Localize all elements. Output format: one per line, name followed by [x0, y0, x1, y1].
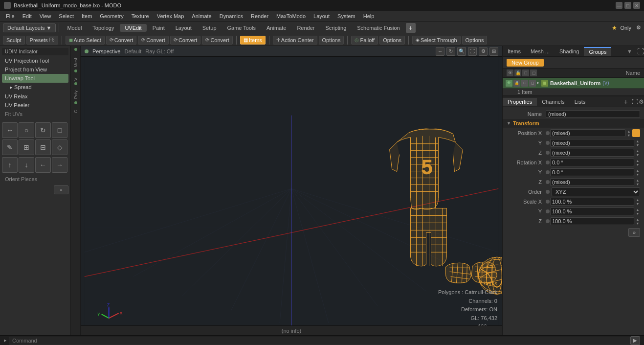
rot-y-dot[interactable]: [546, 170, 550, 174]
rot-x-dot[interactable]: [546, 161, 550, 164]
pos-y-dot[interactable]: [546, 141, 550, 145]
menu-select[interactable]: Select: [55, 12, 78, 20]
scale-y-up[interactable]: ▲: [635, 207, 640, 211]
tab-lists[interactable]: Lists: [570, 98, 591, 106]
items-button[interactable]: ▦ Items: [240, 36, 266, 45]
menu-dynamics[interactable]: Dynamics: [216, 12, 247, 20]
tab-shading[interactable]: Shading: [555, 47, 584, 55]
menu-render[interactable]: Render: [247, 12, 272, 20]
pos-z-input[interactable]: [550, 149, 634, 157]
rot-z-input[interactable]: [550, 178, 634, 186]
pos-x-up[interactable]: ▲: [626, 129, 631, 133]
tab-topology[interactable]: Topology: [88, 24, 119, 32]
item-lock-icon[interactable]: 🔒: [513, 80, 520, 87]
rot-x-up[interactable]: ▲: [635, 159, 640, 162]
viewport-expand-btn[interactable]: ⛶: [468, 47, 477, 56]
scale-x-down[interactable]: ▼: [635, 202, 640, 206]
tool-btn-up[interactable]: ↑: [2, 157, 18, 173]
tab-game-tools[interactable]: Game Tools: [222, 24, 261, 32]
options-button-3[interactable]: Options: [462, 36, 488, 45]
expand-arrow[interactable]: ▸: [537, 80, 539, 87]
tab-render-mode[interactable]: Render: [292, 24, 319, 32]
sculpt-button[interactable]: Sculpt: [3, 36, 25, 45]
menu-geometry[interactable]: Geometry: [96, 12, 127, 20]
menu-animate[interactable]: Animate: [188, 12, 215, 20]
edge-label-poly[interactable]: Poly...: [73, 87, 78, 99]
item-box-icon-1[interactable]: □: [521, 80, 528, 87]
tab-model[interactable]: Model: [62, 24, 87, 32]
tab-groups[interactable]: Groups: [584, 47, 611, 56]
spread-item[interactable]: ▸ Spread: [2, 83, 68, 92]
titlebar-controls[interactable]: — □ ✕: [616, 2, 640, 9]
more-button[interactable]: »: [54, 185, 68, 194]
menu-item[interactable]: Item: [78, 12, 96, 20]
props-expand-icon[interactable]: ⛶: [632, 98, 638, 105]
tab-properties[interactable]: Properties: [503, 98, 537, 106]
new-group-button[interactable]: New Group: [507, 59, 544, 67]
add-properties-button[interactable]: +: [621, 98, 631, 106]
tool-btn-box[interactable]: □: [52, 122, 67, 138]
rot-z-up[interactable]: ▲: [635, 178, 640, 182]
tab-channels[interactable]: Channels: [537, 98, 569, 106]
tool-btn-transform[interactable]: ↔: [2, 122, 18, 138]
options-button-2[interactable]: Options: [379, 36, 405, 45]
uv-projection-tool[interactable]: UV Projection Tool: [2, 56, 68, 65]
menu-edit[interactable]: Edit: [19, 12, 36, 20]
menu-view[interactable]: View: [36, 12, 55, 20]
viewport-maximize-btn[interactable]: ⊞: [489, 47, 498, 56]
order-dot[interactable]: [546, 190, 550, 194]
menu-texture[interactable]: Texture: [128, 12, 153, 20]
tab-scripting[interactable]: Scripting: [320, 24, 351, 32]
unwrap-tool[interactable]: Unwrap Tool: [2, 74, 68, 83]
pos-y-input[interactable]: [550, 139, 634, 147]
viewport-refresh-btn[interactable]: ↻: [446, 47, 455, 56]
menu-help[interactable]: Help: [359, 12, 378, 20]
menu-system[interactable]: System: [333, 12, 359, 20]
rot-y-input[interactable]: [550, 168, 634, 176]
viewport-zoom-btn[interactable]: 🔍: [457, 47, 466, 56]
project-from-view[interactable]: Project from View: [2, 65, 68, 74]
pos-y-up[interactable]: ▲: [635, 139, 640, 143]
rot-z-dot[interactable]: [546, 180, 550, 184]
gear-button[interactable]: ⚙: [636, 24, 641, 31]
tool-btn-pen[interactable]: ✎: [2, 139, 18, 155]
rot-z-down[interactable]: ▼: [635, 182, 640, 186]
tab-animate[interactable]: Animate: [262, 24, 291, 32]
tool-btn-right[interactable]: →: [52, 157, 67, 173]
pos-y-down[interactable]: ▼: [635, 143, 640, 147]
scale-x-dot[interactable]: [546, 200, 550, 204]
item-box-icon-2[interactable]: ◻: [529, 80, 536, 87]
tool-btn-down[interactable]: ↓: [19, 157, 34, 173]
expand-icon[interactable]: ⛶: [637, 47, 644, 55]
run-command-button[interactable]: ▶: [630, 336, 640, 345]
scale-x-input[interactable]: [550, 198, 634, 206]
add-tab-button[interactable]: +: [406, 23, 416, 33]
more-properties-button[interactable]: »: [628, 228, 640, 237]
name-property-input[interactable]: [546, 110, 640, 118]
pos-x-dot[interactable]: [546, 131, 550, 135]
edge-label-v[interactable]: V...: [73, 74, 78, 81]
pos-x-down[interactable]: ▼: [626, 133, 631, 137]
scale-y-dot[interactable]: [546, 209, 550, 213]
menu-maxtomodo[interactable]: MaxToModo: [272, 12, 310, 20]
tool-btn-sphere[interactable]: ○: [19, 122, 34, 138]
tab-items[interactable]: Items: [503, 47, 526, 55]
tab-layout[interactable]: Layout: [171, 24, 197, 32]
viewport-settings-btn[interactable]: ⚙: [479, 47, 488, 56]
uv-relax[interactable]: UV Relax: [2, 92, 68, 101]
tab-mesh[interactable]: Mesh ...: [526, 47, 555, 55]
convert-button-2[interactable]: ⟳ Convert: [138, 36, 169, 45]
close-button[interactable]: ✕: [633, 2, 640, 9]
menu-file[interactable]: File: [2, 12, 19, 20]
group-item-row[interactable]: 👁 🔒 □ ◻ ▸ ▦ Basketball_Uniform (V): [503, 78, 644, 89]
edge-label-mesh[interactable]: Mesh...: [73, 53, 78, 68]
box-col-icon[interactable]: □: [522, 69, 529, 76]
transform-section[interactable]: ▼ Transform: [503, 119, 644, 128]
pos-x-input[interactable]: [550, 129, 625, 137]
options-button-1[interactable]: Options: [319, 36, 344, 45]
pos-z-up[interactable]: ▲: [635, 149, 640, 153]
tool-btn-mesh[interactable]: ⊟: [35, 139, 51, 155]
pos-z-down[interactable]: ▼: [635, 153, 640, 157]
orient-pieces[interactable]: Orient Pieces: [2, 175, 68, 184]
props-settings-icon[interactable]: ⚙: [639, 98, 644, 105]
